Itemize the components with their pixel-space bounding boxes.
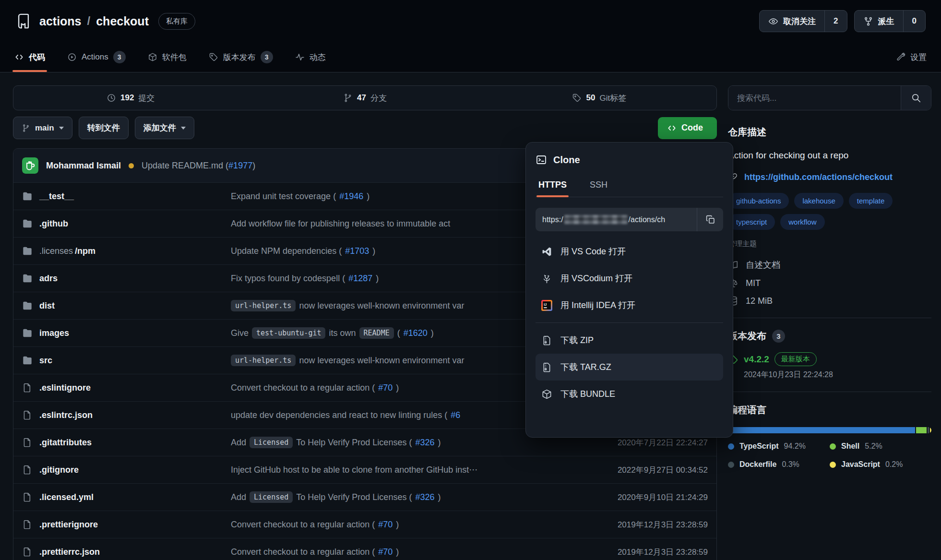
file-name-link[interactable]: /npm	[75, 246, 95, 256]
menu-item-open-in-vscode[interactable]: 用 VS Code 打开	[536, 238, 723, 265]
file-name-link[interactable]: .licensed.yml	[39, 492, 94, 502]
clone-header: Clone	[536, 154, 723, 166]
file-name-link[interactable]: .gitignore	[39, 465, 79, 475]
releases-title[interactable]: 版本发布	[728, 330, 766, 343]
tab-packages-label: 软件包	[162, 52, 187, 63]
menu-item-download[interactable]: 下载 BUNDLE	[536, 381, 723, 407]
tab-packages[interactable]: 软件包	[148, 42, 187, 72]
add-file-button[interactable]: 添加文件	[135, 117, 194, 139]
eye-icon	[768, 16, 778, 26]
fork-button[interactable]: 派生	[855, 11, 903, 32]
file-name-link[interactable]: src	[39, 356, 52, 366]
commit-date: 2020年7月22日 22:24:27	[559, 437, 708, 448]
tab-settings[interactable]: 设置	[896, 42, 927, 72]
forks-count[interactable]: 0	[903, 11, 925, 32]
tab-activity[interactable]: 动态	[295, 42, 326, 72]
message-text: )	[438, 492, 441, 502]
tags-stat[interactable]: 50 Git标签	[482, 93, 716, 104]
commit-status-dot[interactable]	[129, 163, 134, 168]
issue-link[interactable]: #70	[378, 547, 393, 557]
code-chip: url-helper.ts	[231, 355, 296, 366]
topic-chip[interactable]: template	[849, 193, 893, 209]
clone-url-input[interactable]: https://actions/ch	[536, 208, 697, 231]
issue-link[interactable]: #6	[451, 410, 460, 420]
code-button-label: Code	[681, 123, 703, 133]
tab-code[interactable]: 代码	[14, 42, 45, 72]
code-icon	[667, 123, 677, 133]
file-name-link[interactable]: adrs	[39, 274, 58, 284]
search-button[interactable]	[901, 86, 931, 110]
file-name-cell: .github	[22, 218, 231, 229]
search-input[interactable]: 搜索代码...	[728, 86, 901, 110]
tab-releases[interactable]: 版本发布 3	[209, 42, 273, 72]
meta-item[interactable]: MIT	[728, 278, 931, 288]
table-row: .prettierignoreConvert checkout to a reg…	[13, 511, 716, 538]
table-row: .prettierrc.jsonConvert checkout to a re…	[13, 538, 716, 560]
topic-chip[interactable]: lakehouse	[794, 193, 843, 209]
issue-link[interactable]: #70	[378, 383, 393, 393]
code-download-button[interactable]: Code	[658, 117, 717, 139]
file-icon	[22, 437, 33, 448]
issue-link[interactable]: #1287	[348, 274, 372, 284]
issue-link[interactable]: #1946	[339, 191, 363, 202]
menu-item-download[interactable]: 下载 TAR.GZ	[536, 354, 723, 381]
branch-selector[interactable]: main	[13, 117, 72, 139]
release-version-link[interactable]: v4.2.2	[744, 354, 769, 365]
tab-ssh[interactable]: SSH	[589, 176, 608, 197]
language-bar[interactable]	[728, 427, 931, 433]
topic-chip[interactable]: github-actions	[728, 193, 789, 209]
website-link[interactable]: https://github.com/actions/checkout	[744, 172, 893, 182]
file-name-link[interactable]: .prettierrc.json	[39, 547, 100, 557]
issue-link[interactable]: #326	[415, 438, 434, 448]
manage-topics-link[interactable]: 管理主题	[728, 239, 931, 249]
tab-actions[interactable]: Actions 3	[67, 42, 126, 72]
tab-https[interactable]: HTTPS	[537, 176, 568, 197]
file-name-link[interactable]: .eslintrc.json	[39, 410, 93, 420]
meta-item[interactable]: 12 MiB	[728, 296, 931, 306]
language-name: Dockerfile	[739, 460, 776, 469]
file-name-link[interactable]: .eslintignore	[39, 383, 91, 393]
issue-link[interactable]: #1977	[228, 161, 252, 170]
issue-link[interactable]: #1703	[345, 246, 369, 256]
issue-link[interactable]: #326	[415, 492, 434, 502]
commit-author[interactable]: Mohammad Ismail	[46, 161, 121, 171]
topic-chip[interactable]: workflow	[780, 214, 824, 230]
current-branch-label: main	[35, 123, 54, 133]
open-in-editor-menu: 用 VS Code 打开用 VSCodium 打开IJ用 Intellij ID…	[536, 238, 723, 319]
folder-icon	[22, 273, 33, 284]
watchers-count[interactable]: 2	[824, 11, 846, 32]
issue-link[interactable]: #1620	[404, 328, 428, 338]
commit-date: 2022年9月27日 00:34:52	[559, 465, 708, 476]
issue-link[interactable]: #70	[378, 520, 393, 530]
menu-item-download[interactable]: 下载 ZIP	[536, 327, 723, 354]
goto-file-button[interactable]: 转到文件	[79, 117, 129, 139]
file-name-link[interactable]: .prettierignore	[39, 520, 98, 530]
message-text: )	[396, 383, 399, 393]
file-icon	[22, 382, 33, 393]
breadcrumb-owner[interactable]: actions	[39, 14, 82, 28]
copy-url-button[interactable]	[697, 208, 723, 231]
unwatch-button[interactable]: 取消关注	[760, 11, 824, 32]
file-name-link[interactable]: .gitattributes	[39, 438, 92, 448]
branches-stat[interactable]: 47 分支	[248, 93, 482, 104]
message-text: update dev dependencies and react to new…	[231, 410, 447, 420]
file-name-link[interactable]: dist	[39, 301, 55, 311]
topic-chip[interactable]: typescript	[728, 214, 775, 230]
message-text: To Help Verify Prod Licenses (	[296, 492, 412, 502]
add-file-label: 添加文件	[143, 122, 176, 133]
menu-item-label: 用 VSCodium 打开	[560, 273, 632, 284]
file-name-link[interactable]: .github	[39, 219, 68, 229]
breadcrumb-repo[interactable]: checkout	[96, 14, 149, 28]
meta-item[interactable]: 自述文档	[728, 259, 931, 271]
commits-label: 提交	[138, 93, 155, 104]
file-name-link[interactable]: images	[39, 328, 69, 338]
tab-actions-label: Actions	[82, 52, 108, 62]
release-date: 2024年10月23日 22:24:28	[744, 370, 931, 380]
search-icon	[911, 93, 921, 103]
file-name-link[interactable]: __test__	[39, 191, 74, 202]
menu-item-open-in-intellij[interactable]: IJ用 Intellij IDEA 打开	[536, 292, 723, 319]
avatar[interactable]	[22, 157, 38, 174]
commits-stat[interactable]: 192 提交	[13, 93, 248, 104]
breadcrumb-separator: /	[87, 14, 91, 28]
menu-item-open-in-vscodium[interactable]: 用 VSCodium 打开	[536, 265, 723, 292]
